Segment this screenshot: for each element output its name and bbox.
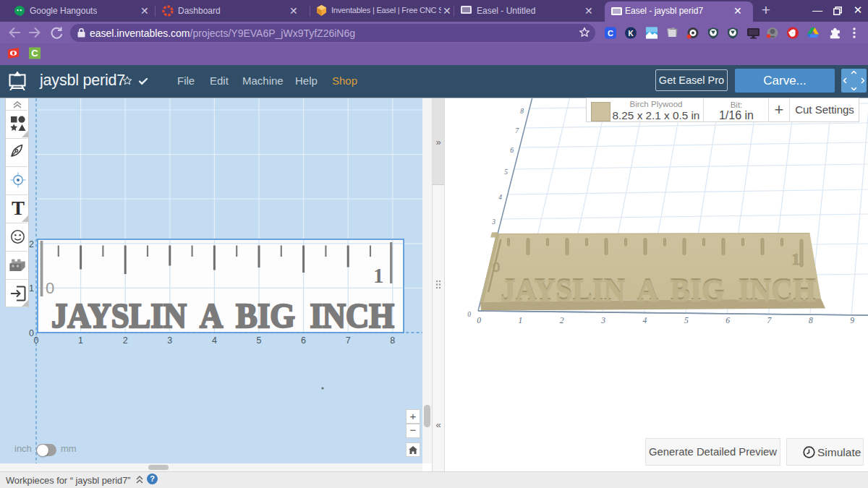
svg-text:8: 8 bbox=[390, 335, 395, 346]
svg-text:C: C bbox=[31, 48, 38, 59]
svg-text:3: 3 bbox=[491, 218, 495, 226]
svg-text:1: 1 bbox=[791, 249, 800, 268]
svg-text:8: 8 bbox=[809, 316, 813, 325]
svg-text:7: 7 bbox=[346, 335, 351, 346]
svg-text:0: 0 bbox=[477, 316, 481, 325]
svg-text:2: 2 bbox=[560, 316, 564, 325]
svg-text:0: 0 bbox=[493, 260, 500, 275]
svg-text:4: 4 bbox=[643, 316, 647, 325]
svg-text:4: 4 bbox=[498, 194, 502, 201]
svg-text:1: 1 bbox=[518, 316, 522, 325]
svg-text:0: 0 bbox=[34, 335, 39, 346]
svg-text:6: 6 bbox=[510, 147, 514, 154]
svg-text:0: 0 bbox=[467, 311, 471, 318]
svg-text:1: 1 bbox=[78, 335, 83, 346]
svg-text:K: K bbox=[628, 30, 634, 38]
svg-text:3: 3 bbox=[600, 316, 605, 325]
svg-text:1: 1 bbox=[373, 264, 384, 287]
svg-text:5: 5 bbox=[504, 168, 508, 176]
svg-text:5: 5 bbox=[684, 316, 689, 325]
svg-text:5: 5 bbox=[257, 335, 262, 346]
svg-text:0: 0 bbox=[29, 328, 34, 338]
svg-text:4: 4 bbox=[212, 335, 217, 346]
svg-text:JAYSLIN A BIG INCH: JAYSLIN A BIG INCH bbox=[51, 296, 394, 335]
svg-text:0: 0 bbox=[46, 279, 54, 297]
svg-text:6: 6 bbox=[301, 335, 306, 346]
svg-text:JAYSLIN A BIG INCH: JAYSLIN A BIG INCH bbox=[501, 273, 816, 309]
svg-text:1: 1 bbox=[29, 283, 34, 294]
svg-text:2: 2 bbox=[29, 239, 34, 249]
svg-text:3: 3 bbox=[167, 335, 172, 346]
svg-text:6: 6 bbox=[726, 316, 730, 325]
svg-text:2: 2 bbox=[123, 335, 128, 346]
svg-text:C: C bbox=[608, 29, 613, 38]
svg-text:8: 8 bbox=[520, 108, 524, 115]
svg-text:9: 9 bbox=[850, 316, 854, 325]
